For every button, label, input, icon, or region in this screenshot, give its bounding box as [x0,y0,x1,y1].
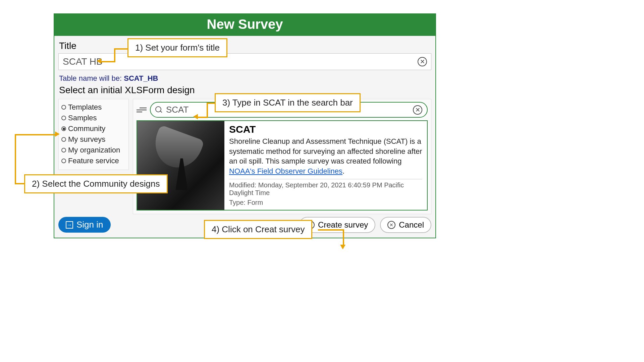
annotation-connector [15,183,24,184]
close-icon: ✕ [387,221,395,229]
result-description: Shoreline Cleanup and Assessment Techniq… [229,136,422,176]
arrow-icon [193,114,198,119]
result-modified: Modified: Monday, September 20, 2021 6:4… [229,181,422,197]
cancel-label: Cancel [399,220,424,230]
source-label: My surveys [68,135,105,144]
arrow-icon [340,245,345,249]
result-card[interactable]: SCAT Shoreline Cleanup and Assessment Te… [137,120,428,210]
radio-icon [61,148,66,153]
title-input[interactable] [63,56,418,67]
source-label: Templates [68,103,102,112]
annotation-connector [197,117,208,118]
source-feature-service[interactable]: Feature service [61,156,126,166]
sign-in-icon: → [66,221,73,229]
annotation-step4: 4) Click on Creat survey [204,220,312,239]
arrow-icon [55,131,60,137]
result-desc-tail: . [342,167,344,175]
table-name-prefix: Table name will be: [59,74,124,82]
table-name-preview: Table name will be: SCAT_HB [59,74,431,83]
annotation-connector [318,229,344,231]
radio-icon [61,116,66,120]
arrow-icon [97,58,101,64]
annotation-step1: 1) Set your form's title [127,38,227,57]
source-label: My organization [68,146,120,155]
type-label: Type: [229,199,247,206]
annotation-connector [15,134,56,135]
source-label: Community [68,124,105,133]
annotation-connector [207,103,208,117]
source-my-organization[interactable]: My organization [61,145,126,156]
radio-icon [61,126,66,131]
annotation-connector [114,48,115,61]
clear-title-icon[interactable]: ✕ [418,57,427,66]
radio-icon [61,159,66,163]
type-value: Form [247,199,263,206]
annotation-connector [114,48,127,50]
result-thumbnail [137,121,224,210]
cancel-button[interactable]: ✕ Cancel [380,217,431,233]
result-type: Type: Form [229,199,422,206]
divider [229,179,422,179]
design-panel: ✕ SCAT Shoreline Cleanup and Assessment … [133,99,431,214]
sign-in-button[interactable]: → Sign in [58,217,111,233]
result-link[interactable]: NOAA's Field Observer Guidelines [229,167,342,175]
filter-icon[interactable] [137,108,147,112]
radio-icon [61,105,66,110]
result-title: SCAT [229,124,422,135]
source-label: Samples [68,114,97,122]
annotation-connector [15,134,16,184]
radio-icon [61,137,66,142]
source-samples[interactable]: Samples [61,113,126,123]
modified-label: Modified: [229,181,258,189]
annotation-step2: 2) Select the Community designs [24,174,168,193]
annotation-step3: 3) Type in SCAT in the search bar [215,93,361,112]
sign-in-label: Sign in [76,220,103,230]
result-desc-text: Shoreline Cleanup and Assessment Techniq… [229,137,422,165]
table-name-value: SCAT_HB [124,74,158,82]
source-label: Feature service [68,157,119,165]
dialog-title: New Survey [54,14,435,36]
annotation-connector [343,229,344,245]
create-survey-label: Create survey [318,220,368,230]
source-templates[interactable]: Templates [61,102,126,113]
annotation-connector [101,61,115,62]
source-community[interactable]: Community [61,123,126,134]
clear-search-icon[interactable]: ✕ [413,105,422,115]
search-icon [155,106,163,114]
source-list: Templates Samples Community My surveys M… [58,99,129,170]
new-survey-dialog: New Survey Title ✕ Table name will be: S… [54,13,436,238]
source-my-surveys[interactable]: My surveys [61,134,126,145]
